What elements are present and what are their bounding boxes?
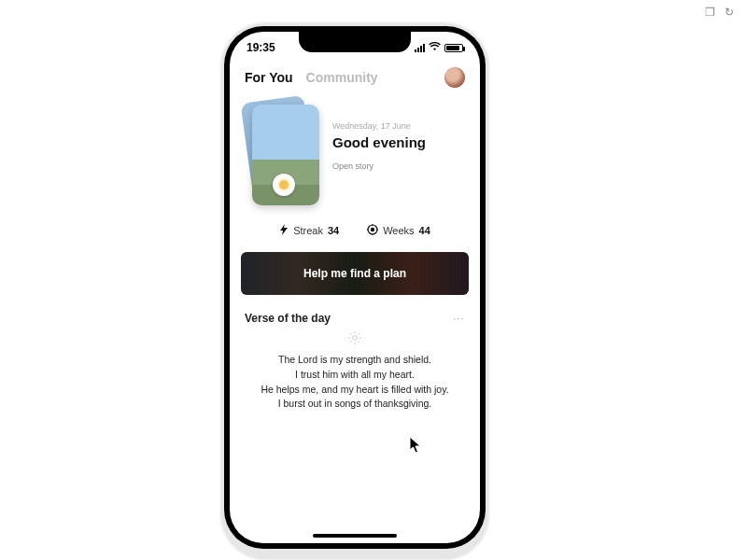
find-plan-label: Help me find a plan: [303, 267, 406, 280]
streak-label: Streak: [293, 225, 323, 236]
sun-icon: [279, 180, 289, 189]
hero-date: Wednesday, 17 June: [332, 121, 465, 131]
find-plan-banner[interactable]: Help me find a plan: [241, 252, 469, 295]
home-indicator[interactable]: [313, 534, 397, 538]
story-card[interactable]: [252, 105, 319, 205]
tab-community[interactable]: Community: [306, 70, 378, 85]
stat-weeks: Weeks 44: [367, 224, 430, 237]
tab-for-you[interactable]: For You: [245, 70, 293, 85]
popout-icon[interactable]: ❐: [705, 6, 715, 19]
verse-text: The Lord is my strength and shield. I tr…: [245, 353, 465, 412]
cellular-signal-icon: [415, 44, 425, 52]
story-play-button[interactable]: [273, 174, 295, 196]
weeks-value: 44: [419, 225, 430, 236]
phone-screen: 19:35 For You Community: [230, 32, 480, 543]
battery-icon: [444, 44, 463, 52]
phone-frame: 19:35 For You Community: [224, 26, 486, 549]
open-story-link[interactable]: Open story: [332, 161, 465, 171]
avatar[interactable]: [444, 67, 465, 88]
streak-value: 34: [328, 225, 339, 236]
svg-point-2: [353, 336, 358, 341]
svg-line-10: [359, 333, 360, 335]
bolt-icon: [279, 224, 289, 237]
verse-more-button[interactable]: ···: [453, 312, 465, 325]
sun-divider-icon: [245, 330, 465, 347]
verse-section-title: Verse of the day: [245, 312, 331, 325]
svg-line-9: [350, 342, 352, 343]
page-corner-controls: ❐ ↻: [705, 6, 734, 19]
refresh-icon[interactable]: ↻: [725, 6, 734, 19]
svg-line-7: [350, 333, 352, 335]
svg-line-8: [359, 342, 360, 343]
hero-greeting: Good evening: [332, 134, 465, 150]
status-time: 19:35: [247, 41, 275, 54]
device-notch: [299, 32, 411, 52]
wifi-icon: [429, 41, 441, 54]
target-icon: [367, 224, 378, 237]
svg-point-1: [371, 228, 374, 231]
stat-streak: Streak 34: [279, 224, 339, 237]
weeks-label: Weeks: [383, 225, 414, 236]
